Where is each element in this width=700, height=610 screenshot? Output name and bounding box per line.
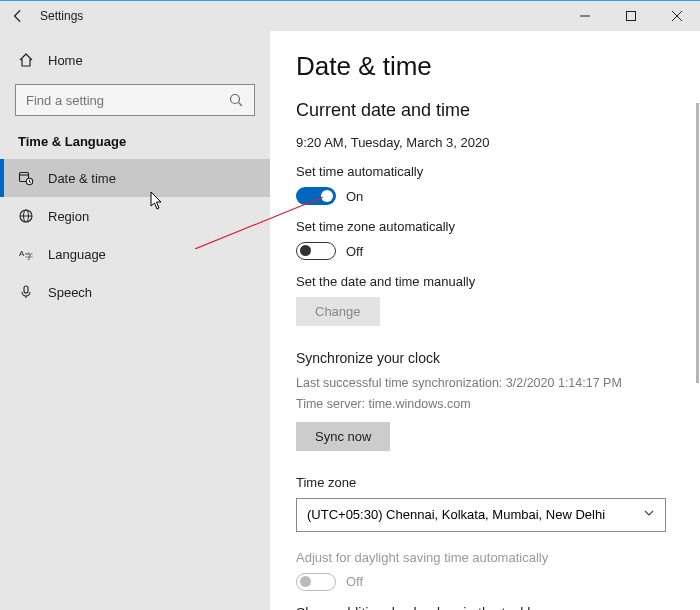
sidebar-section-header: Time & Language [0, 130, 270, 159]
sync-header: Synchronize your clock [296, 350, 674, 366]
search-input[interactable] [15, 84, 255, 116]
sidebar: Home Time & Language Date & time [0, 31, 270, 610]
current-datetime-header: Current date and time [296, 100, 674, 121]
sidebar-item-label: Region [48, 209, 89, 224]
timezone-select[interactable]: (UTC+05:30) Chennai, Kolkata, Mumbai, Ne… [296, 498, 666, 532]
dst-toggle [296, 573, 336, 591]
titlebar: Settings [0, 1, 700, 31]
minimize-button[interactable] [562, 1, 608, 31]
svg-text:字: 字 [25, 252, 33, 261]
current-datetime-value: 9:20 AM, Tuesday, March 3, 2020 [296, 135, 674, 150]
window-title: Settings [40, 9, 83, 23]
svg-rect-1 [627, 12, 636, 21]
change-button: Change [296, 297, 380, 326]
sidebar-item-language[interactable]: A字 Language [0, 235, 270, 273]
svg-point-4 [231, 95, 240, 104]
maximize-button[interactable] [608, 1, 654, 31]
microphone-icon [18, 284, 34, 300]
dst-label: Adjust for daylight saving time automati… [296, 550, 674, 565]
svg-line-10 [30, 182, 32, 183]
close-button[interactable] [654, 1, 700, 31]
set-time-auto-state: On [346, 189, 363, 204]
additional-calendars-header: Show additional calendars in the taskbar [296, 605, 674, 611]
language-icon: A字 [18, 246, 34, 262]
home-icon [18, 52, 34, 68]
timezone-value: (UTC+05:30) Chennai, Kolkata, Mumbai, Ne… [307, 507, 605, 522]
search-field[interactable] [26, 93, 244, 108]
globe-icon [18, 208, 34, 224]
sidebar-item-label: Speech [48, 285, 92, 300]
sidebar-item-label: Language [48, 247, 106, 262]
search-icon [228, 92, 244, 112]
sync-now-button[interactable]: Sync now [296, 422, 390, 451]
sync-last-success: Last successful time synchronization: 3/… [296, 374, 674, 393]
back-icon[interactable] [10, 8, 26, 24]
set-tz-auto-toggle[interactable] [296, 242, 336, 260]
svg-line-5 [239, 103, 243, 107]
scrollbar[interactable] [696, 103, 699, 383]
main-panel: Date & time Current date and time 9:20 A… [270, 31, 700, 610]
set-tz-auto-state: Off [346, 244, 363, 259]
timezone-label: Time zone [296, 475, 674, 490]
clock-calendar-icon [18, 170, 34, 186]
sidebar-item-region[interactable]: Region [0, 197, 270, 235]
chevron-down-icon [643, 507, 655, 522]
set-time-auto-label: Set time automatically [296, 164, 674, 179]
page-title: Date & time [296, 51, 674, 82]
manual-label: Set the date and time manually [296, 274, 674, 289]
sidebar-home-label: Home [48, 53, 83, 68]
sidebar-item-speech[interactable]: Speech [0, 273, 270, 311]
set-tz-auto-label: Set time zone automatically [296, 219, 674, 234]
sidebar-home[interactable]: Home [0, 46, 270, 74]
set-time-auto-toggle[interactable] [296, 187, 336, 205]
dst-state: Off [346, 574, 363, 589]
svg-rect-16 [24, 286, 28, 293]
sync-server: Time server: time.windows.com [296, 395, 674, 414]
sidebar-item-date-time[interactable]: Date & time [0, 159, 270, 197]
sidebar-item-label: Date & time [48, 171, 116, 186]
